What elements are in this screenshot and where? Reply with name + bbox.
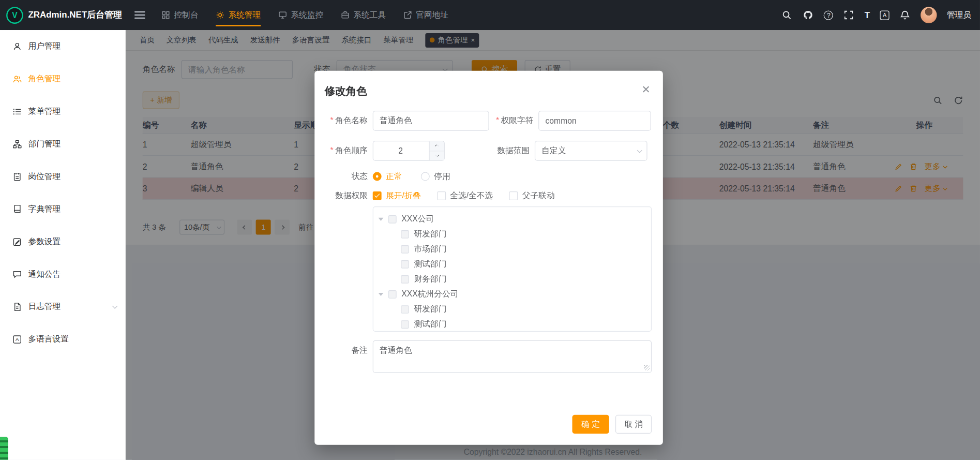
tree-node[interactable]: 研发部门 [373, 302, 651, 317]
tree-node[interactable]: 财务部门 [373, 272, 651, 287]
nav-item-monitor[interactable]: 系统监控 [278, 0, 323, 30]
tree-spacer [314, 206, 372, 211]
stepper-up-button[interactable] [430, 141, 444, 151]
caret-down-icon[interactable] [379, 292, 384, 295]
tree-node[interactable]: XXX公司 [373, 212, 651, 227]
tree-checkbox[interactable] [401, 245, 409, 253]
tree-node[interactable]: 测试部门 [373, 257, 651, 272]
close-icon[interactable]: ✕ [641, 84, 650, 95]
app: V ZRAdmin.NET后台管理 控制台 系统管理 系统监控 系统工具 [0, 0, 980, 460]
caret-down-icon[interactable] [379, 217, 384, 220]
sidebar-item-notices[interactable]: 通知公告 [0, 258, 125, 290]
tree-node-label: 测试部门 [414, 258, 447, 270]
nav-label: 系统管理 [228, 9, 261, 21]
role-order-stepper [373, 141, 445, 161]
perm-char-field[interactable] [538, 111, 651, 131]
dialog-title: 修改角色 [314, 71, 663, 98]
data-scope-value: 自定义 [541, 145, 566, 157]
avatar[interactable] [921, 7, 937, 23]
tree-node-label: 财务部门 [414, 273, 447, 285]
hamburger-icon[interactable] [134, 11, 145, 19]
radio-label: 停用 [434, 171, 450, 182]
tree-checkbox[interactable] [388, 290, 397, 299]
dialog-footer: 确 定 取 消 [572, 415, 652, 434]
edit-square-icon [12, 237, 22, 246]
nav-item-console[interactable]: 控制台 [161, 0, 198, 30]
gear-icon [216, 11, 224, 20]
user-icon [12, 41, 22, 51]
checkbox-parent-child-link[interactable]: 父子联动 [509, 190, 555, 202]
required-mark: * [330, 146, 333, 155]
nav-label: 官网地址 [416, 9, 448, 21]
sidebar-item-logs[interactable]: 日志管理 [0, 290, 125, 323]
sidebar-item-posts[interactable]: 岗位管理 [0, 160, 125, 193]
font-size-icon[interactable]: T [865, 10, 870, 20]
tree-node-label: 测试部门 [414, 319, 447, 330]
role-name-field[interactable] [373, 111, 489, 131]
chevron-down-icon [637, 147, 642, 153]
stepper-down-button[interactable] [430, 151, 444, 160]
nav-item-website[interactable]: 官网地址 [403, 0, 448, 30]
list-icon [12, 107, 22, 116]
corner-widget [0, 437, 8, 460]
sidebar-item-parameters[interactable]: 参数设置 [0, 225, 125, 258]
nav-item-system-admin[interactable]: 系统管理 [216, 0, 261, 30]
sidebar-item-label: 岗位管理 [28, 171, 61, 182]
tree-checkbox[interactable] [401, 275, 409, 283]
sidebar-item-menus[interactable]: 菜单管理 [0, 95, 125, 128]
tree-checkbox[interactable] [401, 230, 409, 238]
tree-checkbox[interactable] [401, 305, 409, 314]
language-icon[interactable]: A [880, 10, 889, 20]
dashboard-icon [161, 11, 170, 20]
toolbox-icon [341, 11, 350, 20]
sidebar-item-departments[interactable]: 部门管理 [0, 128, 125, 160]
checkbox-unchecked-icon [509, 191, 518, 200]
tree-node[interactable]: 研发部门 [373, 227, 651, 242]
remark-label: 备注 [314, 340, 372, 356]
data-scope-select[interactable]: 自定义 [535, 141, 647, 161]
radio-status-disabled[interactable]: 停用 [421, 171, 450, 182]
tree-node[interactable]: XXX杭州分公司 [373, 287, 651, 302]
sidebar-item-roles[interactable]: 角色管理 [0, 63, 125, 95]
tree-node[interactable]: 市场部门 [373, 242, 651, 257]
sidebar-item-dictionary[interactable]: 字典管理 [0, 192, 125, 225]
app-header: V ZRAdmin.NET后台管理 控制台 系统管理 系统监控 系统工具 [0, 0, 980, 30]
sidebar-item-users[interactable]: 用户管理 [0, 30, 125, 63]
tree-checkbox[interactable] [388, 215, 397, 223]
radio-status-normal[interactable]: 正常 [373, 171, 402, 182]
tree-checkbox[interactable] [401, 260, 409, 268]
remark-textarea[interactable]: 普通角色 [373, 340, 652, 373]
user-name[interactable]: 管理员 [947, 9, 971, 21]
sidebar-item-label: 字典管理 [28, 203, 61, 215]
checkbox-checked-icon [373, 191, 382, 200]
sidebar: 用户管理 角色管理 菜单管理 部门管理 岗位管理 字典管理 参数设置 通知公告 [0, 30, 126, 460]
edit-role-dialog: 修改角色 ✕ *角色名称 *权限字符 *角色顺序 数据范围 [314, 71, 663, 445]
nav-label: 系统工具 [353, 9, 386, 21]
chevron-up-icon [434, 144, 439, 149]
cancel-button[interactable]: 取 消 [615, 415, 652, 434]
search-icon[interactable] [781, 9, 793, 21]
app-title: ZRAdmin.NET后台管理 [28, 9, 122, 21]
help-icon[interactable]: ? [824, 10, 833, 20]
sidebar-item-label: 菜单管理 [28, 106, 61, 117]
chevron-down-icon [112, 304, 117, 309]
fullscreen-icon[interactable] [843, 9, 855, 21]
sidebar-item-i18n[interactable]: A 多语言设置 [0, 323, 125, 355]
nav-item-tools[interactable]: 系统工具 [341, 0, 386, 30]
logo: V ZRAdmin.NET后台管理 [0, 0, 126, 30]
checkbox-expand-collapse[interactable]: 展开/折叠 [373, 190, 421, 202]
sidebar-item-label: 部门管理 [28, 138, 61, 150]
sidebar-item-label: 通知公告 [28, 269, 61, 280]
tree-node-label: 研发部门 [414, 228, 447, 240]
svg-text:A: A [16, 336, 19, 342]
bell-icon[interactable] [899, 9, 911, 21]
confirm-button[interactable]: 确 定 [572, 415, 609, 434]
checkbox-label: 父子联动 [522, 190, 555, 202]
github-icon[interactable] [803, 9, 814, 21]
tree-checkbox[interactable] [401, 320, 409, 329]
checkbox-select-all[interactable]: 全选/全不选 [437, 190, 493, 202]
tree-node-label: 市场部门 [414, 243, 447, 255]
tree-node[interactable]: 测试部门 [373, 317, 651, 332]
document-icon [12, 302, 22, 311]
header-actions: ? T A 管理员 [781, 7, 980, 23]
